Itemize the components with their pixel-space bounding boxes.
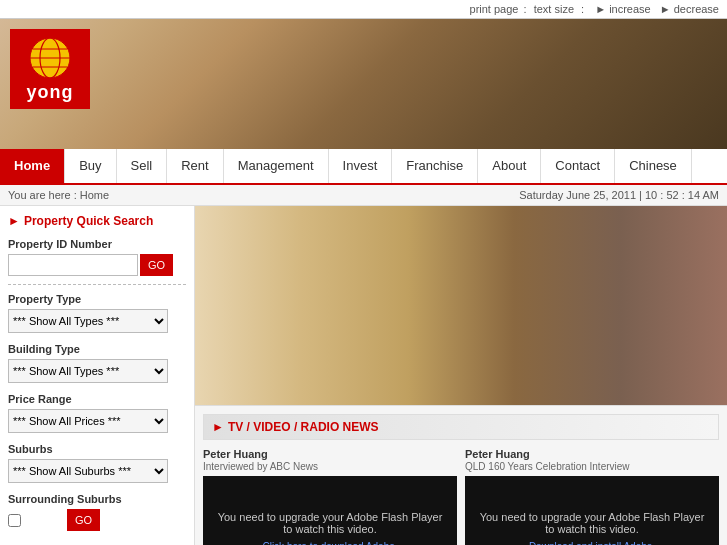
header-background [0,19,727,149]
nav-chinese[interactable]: Chinese [615,149,692,183]
video-1-placeholder: You need to upgrade your Adobe Flash Pla… [203,476,457,545]
tv-section-label: TV / VIDEO / RADIO NEWS [228,420,379,434]
nav-rent[interactable]: Rent [167,149,223,183]
video-2-author: Peter Huang [465,448,719,460]
nav-management[interactable]: Management [224,149,329,183]
price-range-select[interactable]: *** Show All Prices *** [8,409,168,433]
breadcrumb-datetime: Saturday June 25, 2011 | 10 : 52 : 14 AM [519,189,719,201]
content-area: ► TV / VIDEO / RADIO NEWS Peter Huang In… [195,206,727,545]
price-range-label: Price Range [8,393,186,405]
video-1-flash-msg: You need to upgrade your Adobe Flash Pla… [213,511,447,535]
nav-invest[interactable]: Invest [329,149,393,183]
video-2-flash-link[interactable]: Download and install Adobe. [529,541,655,545]
property-type-label: Property Type [8,293,186,305]
surrounding-suburbs-row: GO [8,509,186,531]
topbar-separator: : [524,3,530,15]
top-bar: print page : text size : ► increase ► de… [0,0,727,19]
main-layout: ► Property Quick Search Property ID Numb… [0,206,727,545]
property-id-row: GO [8,254,186,276]
chevron-right-icon: ► [8,214,20,228]
building-type-label: Building Type [8,343,186,355]
video-1-flash-link[interactable]: Click here to download Adobe. [262,541,397,545]
property-id-label: Property ID Number [8,238,186,250]
logo: yong [10,29,90,109]
video-grid: Peter Huang Interviewed by ABC News You … [203,448,719,545]
decrease-link[interactable]: ► decrease [660,3,719,15]
surrounding-suburbs-label: Surrounding Suburbs [8,493,186,505]
topbar-separator2: : [581,3,587,15]
video-item-2: Peter Huang QLD 160 Years Celebration In… [465,448,719,545]
content-top-image [195,206,727,406]
video-2-placeholder: You need to upgrade your Adobe Flash Pla… [465,476,719,545]
building-type-select[interactable]: *** Show All Types *** [8,359,168,383]
video-item-1: Peter Huang Interviewed by ABC News You … [203,448,457,545]
sidebar-title: ► Property Quick Search [8,214,186,228]
sidebar: ► Property Quick Search Property ID Numb… [0,206,195,545]
video-2-desc: QLD 160 Years Celebration Interview [465,461,719,472]
video-1-author: Peter Huang [203,448,457,460]
surrounding-suburbs-checkbox[interactable] [8,514,21,527]
breadcrumb-text: You are here : Home [8,189,109,201]
breadcrumb: You are here : Home Saturday June 25, 20… [0,185,727,206]
logo-text: yong [27,82,74,103]
property-type-select[interactable]: *** Show All Types *** [8,309,168,333]
print-link[interactable]: print page [470,3,519,15]
header: yong [0,19,727,149]
tv-section-title: ► TV / VIDEO / RADIO NEWS [203,414,719,440]
nav-about[interactable]: About [478,149,541,183]
increase-link[interactable]: ► increase [595,3,651,15]
textsize-label: text size [534,3,574,15]
nav-contact[interactable]: Contact [541,149,615,183]
property-id-input[interactable] [8,254,138,276]
logo-globe-icon [28,36,72,80]
video-2-flash-msg: You need to upgrade your Adobe Flash Pla… [475,511,709,535]
nav-home[interactable]: Home [0,149,65,183]
nav-buy[interactable]: Buy [65,149,116,183]
chevron-right-icon-2: ► [212,420,224,434]
video-1-desc: Interviewed by ABC News [203,461,457,472]
nav-franchise[interactable]: Franchise [392,149,478,183]
nav-sell[interactable]: Sell [117,149,168,183]
navigation: Home Buy Sell Rent Management Invest Fra… [0,149,727,185]
sidebar-divider-1 [8,284,186,285]
suburbs-label: Suburbs [8,443,186,455]
surrounding-go-button[interactable]: GO [67,509,100,531]
content-bottom: ► TV / VIDEO / RADIO NEWS Peter Huang In… [195,406,727,545]
property-id-go-button[interactable]: GO [140,254,173,276]
suburbs-select[interactable]: *** Show All Suburbs *** [8,459,168,483]
